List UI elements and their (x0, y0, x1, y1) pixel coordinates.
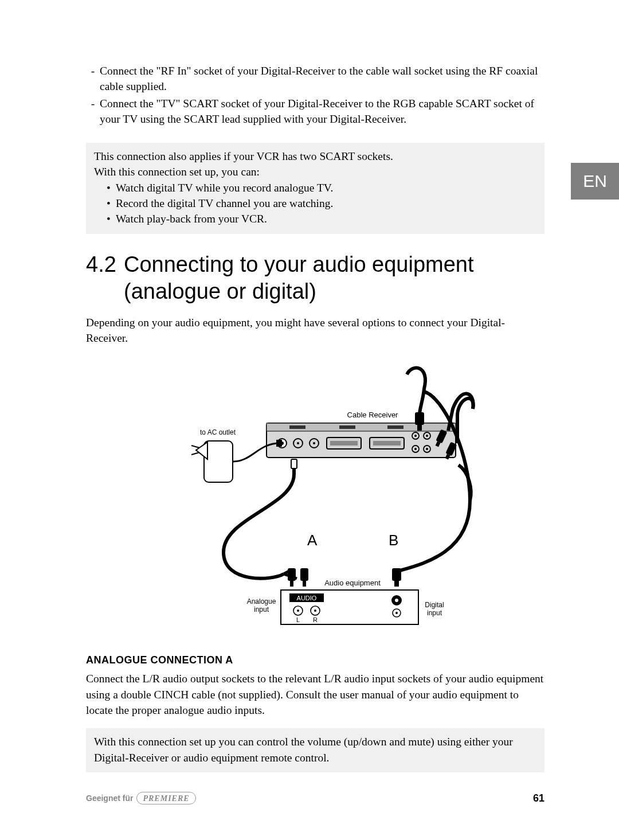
language-tab: EN (571, 163, 619, 200)
diagram-label-audio-equipment: Audio equipment (324, 579, 381, 587)
bullet-text: Connect the "TV" SCART socket of your Di… (100, 96, 544, 127)
svg-rect-37 (300, 568, 308, 581)
svg-rect-28 (417, 425, 422, 431)
svg-rect-33 (291, 459, 297, 468)
page-footer: Geeignet für PREMIERE 61 (86, 791, 544, 806)
svg-rect-26 (276, 440, 282, 447)
diagram-label-digital-2: input (427, 609, 442, 617)
svg-point-16 (414, 435, 417, 437)
svg-rect-14 (373, 441, 401, 446)
svg-point-18 (426, 435, 428, 437)
bullet-text: Connect the "RF In" socket of your Digit… (100, 63, 544, 95)
bullet-item: - Connect the "RF In" socket of your Dig… (86, 63, 544, 95)
svg-rect-3 (339, 425, 355, 429)
sub-bullet-text: Watch play-back from your VCR. (116, 211, 267, 226)
svg-rect-39 (392, 568, 401, 581)
svg-rect-4 (387, 425, 403, 429)
optical-plug-top-icon (407, 368, 425, 431)
diagram-label-analogue-1: Analogue (247, 597, 276, 605)
sub-bullet: • Watch play-back from your VCR. (107, 211, 536, 226)
diagram-label-b: B (389, 532, 398, 549)
svg-rect-23 (204, 441, 233, 482)
svg-point-8 (297, 442, 299, 444)
sub-bullet-text: Record the digital TV channel you are wa… (116, 196, 333, 211)
svg-rect-38 (303, 581, 306, 587)
diagram-label-audio: AUDIO (297, 595, 317, 601)
sub-bullet-text: Watch digital TV while you record analog… (116, 180, 333, 196)
svg-point-48 (395, 599, 398, 602)
analogue-heading: ANALOGUE CONNECTION A (86, 653, 544, 667)
sub-bullet: • Watch digital TV while you record anal… (107, 180, 536, 196)
info-box-scart: This connection also applies if your VCR… (86, 143, 544, 233)
analogue-paragraph: Connect the L/R audio output sockets to … (86, 671, 544, 718)
svg-point-10 (313, 442, 315, 444)
svg-point-20 (414, 448, 417, 450)
diagram-label-analogue-2: input (254, 605, 269, 614)
cable-a-icon (224, 459, 308, 587)
dash-icon: - (86, 96, 100, 127)
footer-brand: Geeignet für PREMIERE (86, 792, 196, 804)
dash-icon: - (86, 63, 100, 95)
diagram-label-l: L (296, 616, 300, 623)
diagram-label-a: A (307, 532, 318, 549)
svg-line-24 (191, 446, 199, 448)
svg-rect-12 (330, 441, 358, 446)
dot-icon: • (107, 211, 116, 226)
dot-icon: • (107, 196, 116, 211)
sub-bullet-list: • Watch digital TV while you record anal… (107, 180, 536, 227)
footer-geeignet: Geeignet für (86, 793, 133, 804)
svg-rect-34 (292, 468, 296, 474)
svg-rect-35 (288, 568, 296, 581)
sub-bullet: • Record the digital TV channel you are … (107, 196, 536, 211)
premiere-badge: PREMIERE (136, 792, 195, 804)
top-bullet-list: - Connect the "RF In" socket of your Dig… (86, 63, 544, 127)
section-title: Connecting to your audio equipment (anal… (124, 251, 544, 306)
svg-point-46 (314, 610, 316, 612)
page-number: 61 (533, 791, 544, 806)
svg-rect-40 (394, 581, 399, 587)
section-number: 4.2 (86, 251, 124, 306)
svg-line-25 (191, 452, 199, 455)
bullet-item: - Connect the "TV" SCART socket of your … (86, 96, 544, 127)
intro-paragraph: Depending on your audio equipment, you m… (86, 315, 544, 346)
info-line: With this connection set up, you can: (94, 164, 536, 179)
diagram-label-cable-receiver: Cable Receiver (347, 411, 399, 419)
svg-point-22 (426, 448, 428, 450)
svg-rect-2 (289, 425, 305, 429)
svg-point-50 (395, 612, 398, 614)
section-heading: 4.2 Connecting to your audio equipment (… (86, 251, 544, 306)
connection-diagram: Cable Receiver to AC outlet (155, 357, 476, 638)
svg-point-44 (297, 610, 299, 612)
dot-icon: • (107, 180, 116, 196)
info-box-volume: With this connection set up you can cont… (86, 728, 544, 772)
info-box-text: With this connection set up you can cont… (94, 734, 536, 765)
diagram-label-r: R (313, 616, 318, 623)
diagram-label-digital-1: Digital (425, 601, 444, 609)
info-line: This connection also applies if your VCR… (94, 149, 536, 164)
svg-rect-36 (290, 581, 293, 587)
svg-rect-27 (415, 412, 424, 425)
diagram-label-ac-outlet: to AC outlet (200, 428, 236, 436)
